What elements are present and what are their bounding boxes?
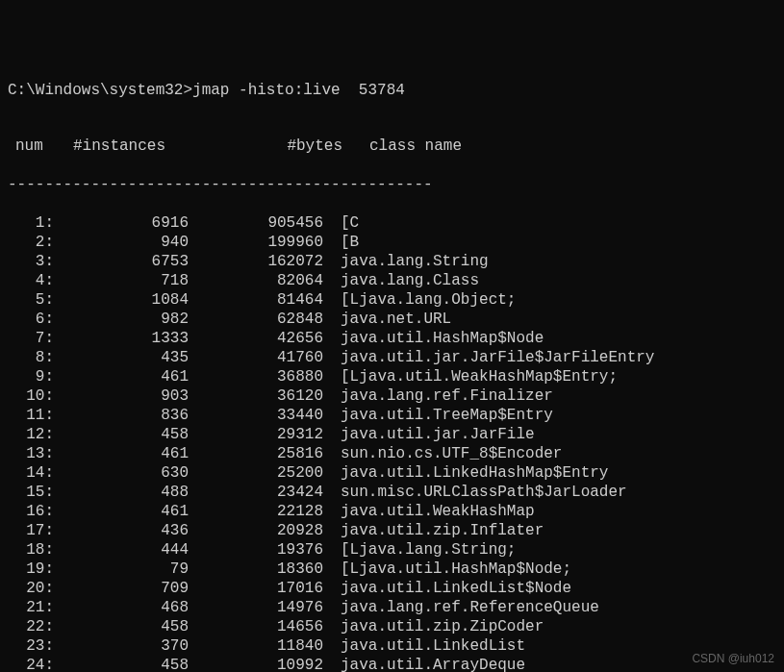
row-num: 15: — [8, 483, 54, 502]
row-bytes: 23424 — [189, 483, 323, 502]
row-num: 23: — [8, 636, 54, 656]
table-row: 9:46136880[Ljava.util.WeakHashMap$Entry; — [8, 367, 776, 386]
row-class: java.lang.ref.Finalizer — [323, 386, 553, 406]
row-num: 4: — [8, 271, 54, 290]
row-class: java.util.HashMap$Node — [323, 329, 544, 348]
row-num: 16: — [8, 502, 54, 521]
row-bytes: 14976 — [189, 598, 323, 617]
row-bytes: 18360 — [189, 560, 323, 579]
row-instances: 709 — [54, 579, 189, 598]
data-rows-container: 1:6916905456[C2:940199960[B3:6753162072j… — [8, 213, 776, 672]
table-row: 11:83633440java.util.TreeMap$Entry — [8, 406, 776, 425]
row-num: 1: — [8, 213, 54, 233]
row-bytes: 199960 — [189, 233, 323, 252]
row-instances: 458 — [54, 656, 189, 672]
row-instances: 435 — [54, 348, 189, 367]
separator-line: ----------------------------------------… — [8, 175, 776, 194]
table-row: 23:37011840java.util.LinkedList — [8, 636, 776, 656]
row-num: 11: — [8, 406, 54, 425]
row-bytes: 82064 — [189, 271, 323, 290]
row-bytes: 62848 — [189, 310, 323, 329]
row-bytes: 81464 — [189, 290, 323, 310]
row-bytes: 25816 — [189, 444, 323, 463]
row-instances: 836 — [54, 406, 189, 425]
row-instances: 461 — [54, 444, 189, 463]
table-row: 3:6753162072java.lang.String — [8, 252, 776, 271]
row-bytes: 14656 — [189, 617, 323, 636]
row-class: java.util.zip.Inflater — [323, 521, 544, 540]
table-row: 8:43541760java.util.jar.JarFile$JarFileE… — [8, 348, 776, 367]
row-class: [Ljava.util.WeakHashMap$Entry; — [323, 367, 618, 386]
watermark: CSDN @iuh012 — [692, 652, 774, 666]
row-instances: 903 — [54, 386, 189, 406]
row-class: java.util.TreeMap$Entry — [323, 406, 553, 425]
row-instances: 468 — [54, 598, 189, 617]
row-num: 22: — [8, 617, 54, 636]
row-bytes: 22128 — [189, 502, 323, 521]
row-num: 2: — [8, 233, 54, 252]
prompt-path: C:\Windows\system32> — [8, 82, 192, 99]
row-class: java.lang.String — [323, 252, 489, 271]
row-num: 8: — [8, 348, 54, 367]
table-row: 13:46125816sun.nio.cs.UTF_8$Encoder — [8, 444, 776, 463]
row-num: 6: — [8, 310, 54, 329]
row-instances: 461 — [54, 502, 189, 521]
row-class: java.util.ArrayDeque — [323, 656, 525, 672]
row-bytes: 41760 — [189, 348, 323, 367]
command-prompt-line: C:\Windows\system32>jmap -histo:live 537… — [8, 81, 776, 100]
header-num: num — [8, 137, 62, 156]
row-instances: 370 — [54, 636, 189, 656]
table-row: 16:46122128java.util.WeakHashMap — [8, 502, 776, 521]
row-class: [C — [323, 213, 359, 233]
row-instances: 1084 — [54, 290, 189, 310]
table-row: 24:45810992java.util.ArrayDeque — [8, 656, 776, 672]
command-text: jmap -histo:live 53784 — [192, 82, 405, 99]
table-row: 18:44419376[Ljava.lang.String; — [8, 540, 776, 560]
row-num: 20: — [8, 579, 54, 598]
row-instances: 6753 — [54, 252, 189, 271]
row-bytes: 25200 — [189, 463, 323, 483]
row-class: [Ljava.lang.Object; — [323, 290, 516, 310]
row-bytes: 33440 — [189, 406, 323, 425]
row-instances: 458 — [54, 617, 189, 636]
row-instances: 461 — [54, 367, 189, 386]
table-row: 2:940199960[B — [8, 233, 776, 252]
row-class: java.util.jar.JarFile — [323, 425, 535, 444]
header-class: class name — [352, 137, 462, 156]
row-instances: 458 — [54, 425, 189, 444]
table-row: 14:63025200java.util.LinkedHashMap$Entry — [8, 463, 776, 483]
row-instances: 488 — [54, 483, 189, 502]
row-class: java.util.zip.ZipCoder — [323, 617, 544, 636]
table-row: 17:43620928java.util.zip.Inflater — [8, 521, 776, 540]
row-num: 14: — [8, 463, 54, 483]
row-num: 17: — [8, 521, 54, 540]
row-bytes: 20928 — [189, 521, 323, 540]
row-num: 18: — [8, 540, 54, 560]
row-class: java.util.LinkedList$Node — [323, 579, 571, 598]
table-row: 21:46814976java.lang.ref.ReferenceQueue — [8, 598, 776, 617]
row-class: [B — [323, 233, 359, 252]
row-bytes: 36880 — [189, 367, 323, 386]
table-row: 20:70917016java.util.LinkedList$Node — [8, 579, 776, 598]
table-header-row: num#instances#bytesclass name — [8, 137, 776, 156]
row-class: sun.misc.URLClassPath$JarLoader — [323, 483, 627, 502]
row-bytes: 11840 — [189, 636, 323, 656]
row-bytes: 36120 — [189, 386, 323, 406]
row-instances: 982 — [54, 310, 189, 329]
table-row: 7:133342656java.util.HashMap$Node — [8, 329, 776, 348]
row-instances: 79 — [54, 560, 189, 579]
row-class: sun.nio.cs.UTF_8$Encoder — [323, 444, 562, 463]
table-row: 10:90336120java.lang.ref.Finalizer — [8, 386, 776, 406]
row-class: java.util.LinkedList — [323, 636, 525, 656]
row-instances: 718 — [54, 271, 189, 290]
row-num: 12: — [8, 425, 54, 444]
table-row: 5:108481464[Ljava.lang.Object; — [8, 290, 776, 310]
row-instances: 6916 — [54, 213, 189, 233]
row-num: 9: — [8, 367, 54, 386]
row-class: java.util.LinkedHashMap$Entry — [323, 463, 608, 483]
row-instances: 630 — [54, 463, 189, 483]
table-row: 22:45814656java.util.zip.ZipCoder — [8, 617, 776, 636]
row-num: 7: — [8, 329, 54, 348]
row-num: 13: — [8, 444, 54, 463]
row-num: 3: — [8, 252, 54, 271]
